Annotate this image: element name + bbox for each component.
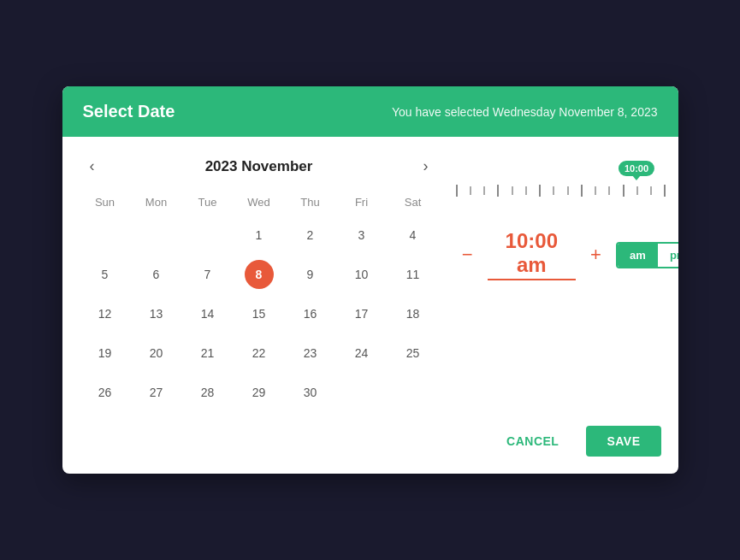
weekday-header: Wed (234, 192, 285, 215)
slider-tick (636, 186, 638, 195)
cancel-button[interactable]: CANCEL (489, 426, 576, 457)
slider-tick (623, 185, 625, 197)
ampm-toggle: am pm (616, 242, 678, 268)
slider-tick (512, 186, 513, 195)
weekday-header: Mon (131, 192, 182, 215)
empty-day-cell (131, 215, 182, 255)
day-cell[interactable]: 17 (336, 294, 388, 333)
day-cell[interactable]: 18 (388, 294, 439, 333)
calendar-grid: SunMonTueWedThuFriSat 123456789101112131… (80, 192, 439, 412)
date-picker-dialog: Select Date You have selected Wednesday … (62, 86, 678, 474)
day-cell[interactable]: 2 (285, 215, 336, 255)
day-cell[interactable]: 12 (80, 294, 131, 333)
time-picker: 10:00 − 10:00 am + am pm (456, 154, 678, 412)
slider-tick (650, 186, 652, 195)
slider-tick (497, 185, 499, 197)
selected-date-label: You have selected Wednesday November 8, … (392, 105, 658, 119)
dialog-header: Select Date You have selected Wednesday … (62, 86, 678, 137)
dialog-title: Select Date (83, 102, 175, 121)
time-bubble: 10:00 (619, 161, 654, 176)
decrease-time-button[interactable]: − (456, 242, 480, 268)
weekday-header: Fri (336, 192, 388, 215)
empty-day-cell (388, 373, 439, 412)
slider-tick (608, 186, 610, 195)
day-cell[interactable]: 24 (336, 333, 388, 373)
save-button[interactable]: SAVE (586, 426, 660, 457)
slider-tick (483, 186, 485, 195)
slider-tick (539, 185, 541, 197)
day-cell[interactable]: 21 (182, 333, 234, 373)
day-cell[interactable]: 19 (80, 333, 131, 373)
day-cell[interactable]: 4 (388, 215, 439, 255)
calendar-nav: ‹ 2023 November › (80, 154, 439, 179)
time-input-row: − 10:00 am + am pm (456, 229, 678, 280)
slider-tick (567, 186, 569, 195)
dialog-footer: CANCEL SAVE (62, 412, 678, 474)
day-cell[interactable]: 10 (336, 255, 388, 294)
day-cell[interactable]: 5 (80, 255, 131, 294)
slider-tick (595, 186, 596, 195)
day-cell[interactable]: 8 (234, 255, 285, 294)
pm-button[interactable]: pm (658, 244, 678, 267)
day-cell[interactable]: 14 (182, 294, 234, 333)
empty-day-cell (182, 215, 234, 255)
day-cell[interactable]: 7 (182, 255, 234, 294)
empty-day-cell (80, 215, 131, 255)
day-cell[interactable]: 1 (234, 215, 285, 255)
weekday-header: Tue (182, 192, 234, 215)
day-cell[interactable]: 15 (234, 294, 285, 333)
day-cell[interactable]: 28 (182, 373, 234, 412)
month-year-label: 2023 November (205, 158, 313, 175)
day-cell[interactable]: 23 (285, 333, 336, 373)
day-cell[interactable]: 25 (388, 333, 439, 373)
slider-tick (553, 186, 554, 195)
empty-day-cell (336, 373, 388, 412)
day-cell[interactable]: 11 (388, 255, 439, 294)
weekday-header: Thu (285, 192, 336, 215)
slider-tick (664, 185, 666, 197)
weekday-header: Sun (80, 192, 131, 215)
day-cell[interactable]: 26 (80, 373, 131, 412)
next-month-button[interactable]: › (417, 154, 435, 179)
calendar: ‹ 2023 November › SunMonTueWedThuFriSat … (80, 154, 439, 412)
time-slider-container: 10:00 (456, 161, 678, 212)
slider-tick (581, 185, 583, 197)
prev-month-button[interactable]: ‹ (83, 154, 102, 179)
slider-tick (525, 186, 527, 195)
time-value-display: 10:00 am (488, 229, 575, 280)
day-cell[interactable]: 20 (131, 333, 182, 373)
slider-tick (470, 186, 471, 195)
weekday-header: Sat (388, 192, 439, 215)
day-cell[interactable]: 13 (131, 294, 182, 333)
day-cell[interactable]: 6 (131, 255, 182, 294)
slider-tick (456, 185, 458, 197)
slider-ticks (456, 185, 678, 197)
dialog-body: ‹ 2023 November › SunMonTueWedThuFriSat … (62, 137, 678, 412)
increase-time-button[interactable]: + (584, 242, 608, 268)
day-cell[interactable]: 9 (285, 255, 336, 294)
day-cell[interactable]: 3 (336, 215, 388, 255)
day-cell[interactable]: 16 (285, 294, 336, 333)
day-cell[interactable]: 22 (234, 333, 285, 373)
day-cell[interactable]: 30 (285, 373, 336, 412)
day-cell[interactable]: 29 (234, 373, 285, 412)
day-cell[interactable]: 27 (131, 373, 182, 412)
am-button[interactable]: am (618, 244, 658, 267)
